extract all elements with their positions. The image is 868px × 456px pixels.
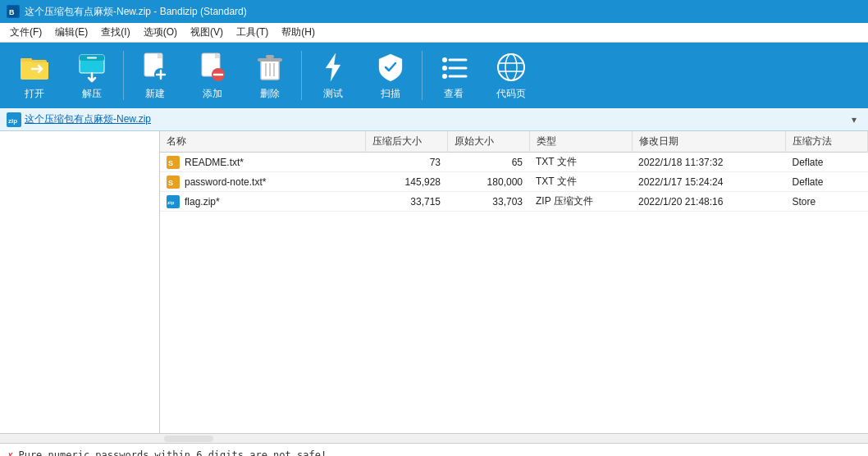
- add-label: 添加: [203, 87, 222, 101]
- codepage-button[interactable]: 代码页: [483, 46, 539, 105]
- menu-view[interactable]: 视图(V): [184, 24, 230, 41]
- file-list: 名称 压缩后大小 原始大小 类型 修改日期 压缩方法: [160, 131, 868, 433]
- svg-point-23: [442, 74, 447, 79]
- file-table: 名称 压缩后大小 原始大小 类型 修改日期 压缩方法: [160, 131, 868, 212]
- scan-button[interactable]: 扫描: [363, 46, 418, 105]
- view-icon: [437, 51, 470, 84]
- delete-label: 删除: [260, 87, 280, 101]
- status-icon: ✗: [7, 449, 13, 457]
- menu-edit[interactable]: 编辑(E): [48, 24, 94, 41]
- main-content: 名称 压缩后大小 原始大小 类型 修改日期 压缩方法: [0, 131, 868, 433]
- toolbar-sep-3: [422, 51, 423, 100]
- view-label: 查看: [444, 87, 464, 101]
- menu-tools[interactable]: 工具(T): [230, 24, 275, 41]
- cell-method: Deflate: [786, 172, 868, 192]
- menu-help[interactable]: 帮助(H): [275, 24, 322, 41]
- menu-find[interactable]: 查找(I): [94, 24, 136, 41]
- svg-text:S: S: [168, 159, 173, 167]
- table-row[interactable]: zip flag.zip*33,71533,703ZIP 压缩文件2022/1/…: [160, 192, 868, 212]
- test-button[interactable]: 测试: [305, 46, 361, 105]
- cell-method: Store: [786, 192, 868, 212]
- svg-rect-14: [266, 55, 274, 58]
- toolbar: 打开 解压 新建: [0, 43, 868, 108]
- menu-options[interactable]: 选项(O): [137, 24, 184, 41]
- scan-label: 扫描: [381, 87, 400, 101]
- breadcrumb-filename[interactable]: 这个压缩包有点麻烦-New.zip: [25, 112, 151, 126]
- table-row[interactable]: S password-note.txt*145,928180,000TXT 文件…: [160, 172, 868, 192]
- cell-compressed: 145,928: [365, 172, 447, 192]
- app-icon: B: [7, 5, 20, 18]
- svg-point-19: [442, 57, 447, 62]
- cell-compressed: 73: [365, 153, 447, 172]
- open-label: 打开: [25, 87, 44, 101]
- scan-icon: [374, 51, 407, 84]
- view-button[interactable]: 查看: [426, 46, 482, 105]
- hscroll-bar[interactable]: [0, 433, 868, 443]
- sidebar: [0, 131, 160, 433]
- toolbar-sep-2: [301, 51, 302, 100]
- cell-type: TXT 文件: [529, 153, 632, 172]
- test-icon: [317, 51, 349, 84]
- svg-marker-18: [326, 53, 340, 81]
- open-button[interactable]: 打开: [7, 46, 62, 105]
- txt-file-icon: S: [167, 176, 180, 189]
- svg-rect-7: [158, 53, 162, 58]
- toolbar-sep-1: [123, 51, 124, 100]
- add-icon: [196, 51, 229, 84]
- col-header-compressed[interactable]: 压缩后大小: [365, 131, 447, 153]
- svg-point-21: [442, 66, 447, 71]
- breadcrumb-dropdown[interactable]: ▾: [847, 112, 861, 127]
- window-title: 这个压缩包有点麻烦-New.zip - Bandizip (Standard): [25, 5, 247, 19]
- extract-button[interactable]: 解压: [64, 46, 120, 105]
- svg-rect-3: [21, 58, 32, 62]
- cell-modified: 2022/1/20 21:48:16: [632, 192, 786, 212]
- new-label: 新建: [145, 87, 165, 101]
- cell-modified: 2022/1/18 11:37:32: [632, 153, 786, 172]
- table-header-row: 名称 压缩后大小 原始大小 类型 修改日期 压缩方法: [160, 131, 868, 153]
- menu-file[interactable]: 文件(F): [3, 24, 48, 41]
- delete-button[interactable]: 删除: [242, 46, 298, 105]
- col-header-method[interactable]: 压缩方法: [786, 131, 868, 153]
- col-header-modified[interactable]: 修改日期: [632, 131, 786, 153]
- col-header-name[interactable]: 名称: [160, 131, 365, 153]
- status-message: Pure numeric passwords within 6 digits a…: [18, 449, 327, 457]
- status-bar: ✗ Pure numeric passwords within 6 digits…: [0, 443, 868, 456]
- extract-icon: [75, 51, 108, 84]
- menu-bar: 文件(F) 编辑(E) 查找(I) 选项(O) 视图(V) 工具(T) 帮助(H…: [0, 23, 868, 43]
- cell-compressed: 33,715: [365, 192, 447, 212]
- new-button[interactable]: 新建: [127, 46, 183, 105]
- cell-name: zip flag.zip*: [160, 192, 365, 212]
- extract-label: 解压: [82, 87, 102, 101]
- codepage-label: 代码页: [496, 87, 526, 101]
- file-name: README.txt*: [185, 157, 244, 168]
- txt-file-icon: S: [167, 156, 180, 169]
- zip-icon: zip: [7, 112, 21, 127]
- cell-original: 33,703: [447, 192, 529, 212]
- title-bar: B 这个压缩包有点麻烦-New.zip - Bandizip (Standard…: [0, 0, 868, 23]
- path-bar: zip 这个压缩包有点麻烦-New.zip ▾: [0, 108, 868, 131]
- zip-file-icon: zip: [167, 195, 180, 208]
- file-name: flag.zip*: [185, 196, 220, 207]
- svg-rect-10: [215, 53, 220, 58]
- test-label: 测试: [323, 87, 343, 101]
- new-icon: [139, 51, 171, 84]
- svg-point-26: [505, 54, 517, 80]
- cell-method: Deflate: [786, 153, 868, 172]
- add-button[interactable]: 添加: [185, 46, 240, 105]
- file-name: password-note.txt*: [185, 176, 266, 188]
- cell-name: S README.txt*: [160, 153, 365, 172]
- open-icon: [18, 51, 51, 84]
- table-row[interactable]: S README.txt*7365TXT 文件2022/1/18 11:37:3…: [160, 153, 868, 172]
- cell-original: 65: [447, 153, 529, 172]
- col-header-type[interactable]: 类型: [529, 131, 632, 153]
- cell-type: TXT 文件: [529, 172, 632, 192]
- svg-rect-13: [258, 58, 282, 62]
- col-header-original[interactable]: 原始大小: [447, 131, 529, 153]
- svg-text:B: B: [9, 8, 15, 16]
- delete-icon: [254, 51, 286, 84]
- codepage-icon: [495, 51, 528, 84]
- cell-name: S password-note.txt*: [160, 172, 365, 192]
- cell-modified: 2022/1/17 15:24:24: [632, 172, 786, 192]
- svg-text:zip: zip: [167, 200, 175, 205]
- cell-type: ZIP 压缩文件: [529, 192, 632, 212]
